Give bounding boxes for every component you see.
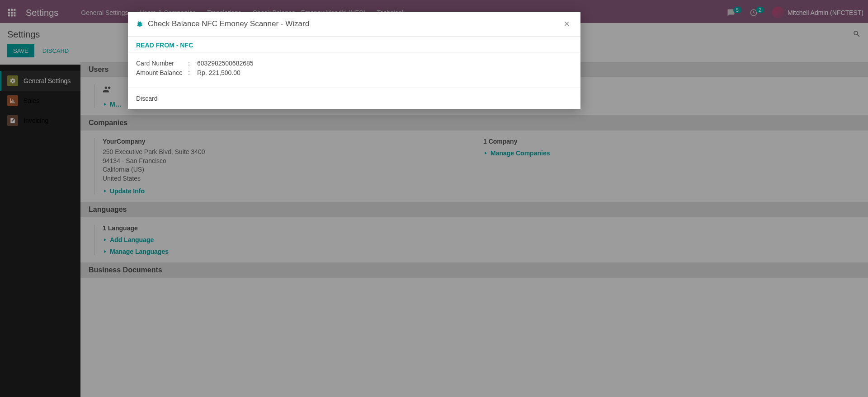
modal-title: Check Balance NFC Emoney Scanner - Wizar… [148, 19, 557, 28]
amount-balance-value: Rp. 221,500.00 [197, 68, 241, 78]
card-number-label: Card Number [136, 59, 188, 68]
card-number-value: 6032982500682685 [197, 59, 254, 68]
close-icon[interactable]: × [561, 18, 572, 30]
tab-read-from-nfc[interactable]: READ FROM - NFC [136, 42, 193, 49]
modal-discard-button[interactable]: Discard [136, 95, 157, 102]
modal-dialog: Check Balance NFC Emoney Scanner - Wizar… [128, 12, 580, 109]
bug-icon [136, 20, 143, 28]
amount-balance-label: Amount Balance [136, 68, 188, 78]
